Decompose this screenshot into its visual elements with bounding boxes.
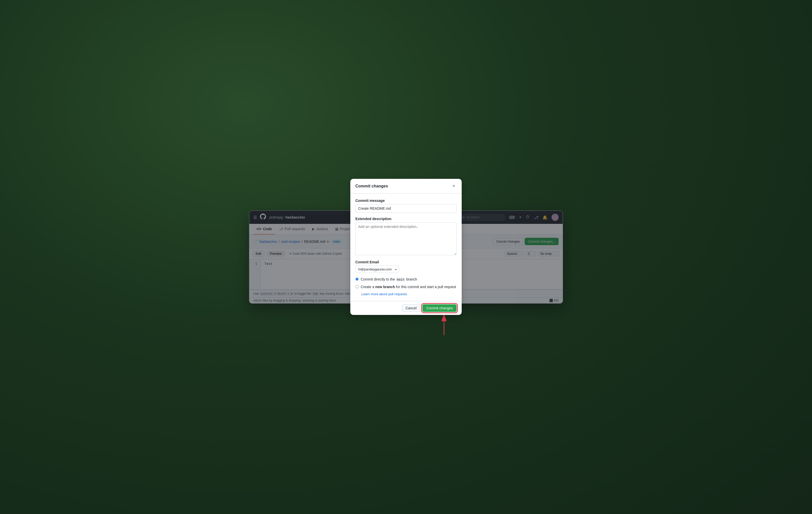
- modal-container: Commit changes × Commit message Extended…: [350, 179, 462, 335]
- modal-footer: Cancel Commit changes: [350, 301, 462, 315]
- modal-header: Commit changes ×: [350, 179, 462, 193]
- radio-direct-input[interactable]: [355, 277, 359, 281]
- modal-cancel-button[interactable]: Cancel: [402, 304, 420, 312]
- description-label: Extended description: [355, 217, 457, 221]
- modal-body: Commit message Extended description Comm…: [350, 193, 462, 301]
- modal-title: Commit changes: [355, 184, 388, 188]
- description-group: Extended description: [355, 217, 457, 256]
- annotation: [350, 315, 462, 335]
- radio-new-branch-input[interactable]: [355, 285, 359, 289]
- radio-direct-label: Commit directly to the main branch: [361, 277, 417, 282]
- commit-modal: Commit changes × Commit message Extended…: [350, 179, 462, 315]
- email-label: Commit Email: [355, 260, 457, 264]
- radio-new-branch-label: Create a new branch for this commit and …: [361, 284, 456, 290]
- commit-message-group: Commit message: [355, 199, 457, 213]
- radio-new-branch: Create a new branch for this commit and …: [355, 284, 457, 290]
- radio-direct: Commit directly to the main branch: [355, 277, 457, 282]
- commit-message-input[interactable]: [355, 204, 457, 213]
- modal-commit-button[interactable]: Commit changes: [423, 304, 457, 312]
- commit-message-label: Commit message: [355, 199, 457, 203]
- email-select[interactable]: hi@pandeygaurav.com: [355, 266, 399, 273]
- learn-more-link[interactable]: Learn more about pull requests: [361, 292, 457, 296]
- modal-close-button[interactable]: ×: [451, 183, 457, 189]
- email-select-wrap: hi@pandeygaurav.com ▼: [355, 266, 399, 273]
- branch-radio-group: Commit directly to the main branch Creat…: [355, 277, 457, 296]
- description-textarea[interactable]: [355, 222, 457, 255]
- red-arrow-svg: [436, 315, 452, 335]
- email-group: Commit Email hi@pandeygaurav.com ▼: [355, 260, 457, 273]
- modal-overlay: Commit changes × Commit message Extended…: [0, 0, 812, 514]
